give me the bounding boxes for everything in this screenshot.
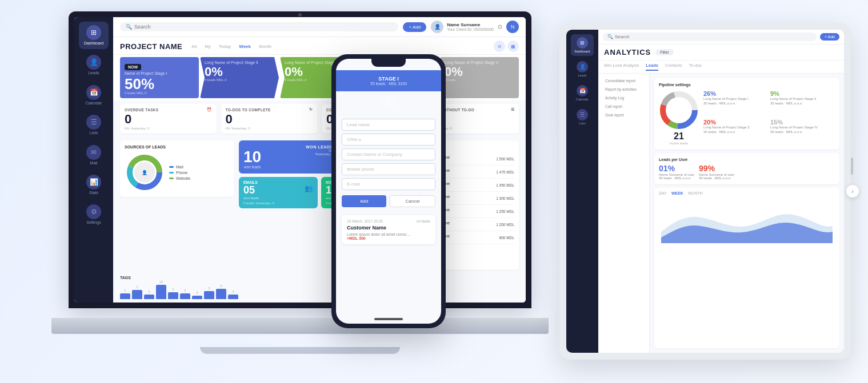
- pipeline-pct-3: 15%: [770, 119, 835, 126]
- grid-view-icon[interactable]: ⊙: [494, 41, 505, 52]
- user-button[interactable]: N: [506, 21, 519, 33]
- sidebar-item-calendar[interactable]: 📅 Calendar: [79, 82, 109, 109]
- subnav-goal-report[interactable]: Goal report: [603, 111, 645, 119]
- tablet-search-input[interactable]: [615, 34, 812, 39]
- tag-bar-item: 5: [132, 285, 142, 299]
- tablet-sidebar-calendar[interactable]: 📅 Calendar: [571, 82, 594, 104]
- pipeline-label-2: Long Name of Project Stage 3: [703, 126, 768, 130]
- gear-icon[interactable]: ⚙: [497, 23, 503, 31]
- contact-input[interactable]: [342, 148, 435, 160]
- lead-name-input[interactable]: [342, 119, 435, 131]
- tablet-screen: ⊞ Dashboard 👤 Leads 📅 Calendar ☰ Lists: [566, 30, 844, 353]
- chart-tab-month[interactable]: MONTH: [688, 191, 703, 195]
- mobile: STAGE I 35 leads · MDL 3200 + Add Cancel: [331, 54, 446, 328]
- filter-tab-week[interactable]: Week: [237, 43, 253, 50]
- search-box[interactable]: 🔍: [120, 22, 398, 31]
- mobile-lead-date: 10 March, 2017 20:20 no tasks: [347, 219, 430, 223]
- tag-bar-item: 5: [144, 290, 154, 299]
- legend-dot-phone: [169, 172, 174, 174]
- stage-0[interactable]: NOW Name of Project Stage I 50% 0 leads …: [120, 57, 199, 98]
- sidebar-item-dashboard[interactable]: ⊞ Dashboard: [79, 22, 109, 49]
- sources-card: SOURCES OF LEADS 👤: [120, 140, 234, 197]
- wave-chart-card: DAY WEEK MONTH: [654, 188, 839, 348]
- user-pct-1: 99%: [699, 164, 734, 173]
- tablet-arrow-nav[interactable]: ›: [846, 185, 859, 197]
- sidebar-item-stats[interactable]: 📊 Stats: [79, 171, 109, 199]
- mail-icon: ✉: [86, 145, 101, 160]
- pipeline-donut-container: 21 Active leads: [659, 90, 699, 145]
- analytics-filter-button[interactable]: Filter: [655, 49, 674, 55]
- filter-tab-month[interactable]: Month: [257, 43, 274, 50]
- tablet-sidebar-leads[interactable]: 👤 Leads: [571, 58, 594, 80]
- view-icons: ⊙ ▦: [494, 41, 519, 52]
- filter-tab-my[interactable]: My: [202, 43, 213, 50]
- legend-phone: Phone: [169, 171, 190, 175]
- pipeline-sub-2: 35 leads · MDL.o.o.o: [703, 130, 768, 135]
- settings-icon: ⚙: [86, 204, 101, 219]
- mobile-lead-amount: >MDL 300: [347, 236, 430, 240]
- scene: ⊞ Dashboard 👤 Leads 📅 Calendar ☰ Lists: [0, 0, 868, 383]
- crmol-input[interactable]: [342, 134, 435, 146]
- pipeline-settings-content: 21 Active leads 26%: [659, 90, 835, 145]
- lists-icon: ☰: [86, 115, 101, 130]
- tablet: ⊞ Dashboard 👤 Leads 📅 Calendar ☰ Lists: [559, 23, 851, 360]
- tag-bar-item: 5: [168, 288, 178, 299]
- pipeline-settings-card: Pipeline settings: [654, 78, 839, 150]
- sidebar-item-lists[interactable]: ☰ Lists: [79, 111, 109, 139]
- chart-tab-day[interactable]: DAY: [659, 191, 667, 195]
- mobile-form: Add Cancel: [336, 114, 441, 212]
- pipeline-stages: NOW Name of Project Stage I 50% 0 leads …: [113, 55, 526, 100]
- sidebar-item-leads[interactable]: 👤 Leads: [79, 51, 109, 79]
- subnav-call-report[interactable]: Call report: [603, 103, 645, 110]
- pipeline-pct-0: 26%: [703, 90, 768, 97]
- pipeline-legend-item-0: 26% Long Name of Project Stage I 35 lead…: [703, 90, 768, 116]
- stage-1[interactable]: 0 leads MDL.0 Long Name of Project Stage…: [200, 57, 279, 98]
- subnav-consolidate[interactable]: Consolidate report: [603, 77, 645, 84]
- mobile-add-form-button[interactable]: Add: [342, 195, 386, 207]
- stage-4[interactable]: Long Name of Project Stage V 0% 0 leads: [440, 57, 519, 98]
- t-lists-icon: ☰: [577, 109, 588, 120]
- list-view-icon[interactable]: ▦: [507, 41, 519, 52]
- sidebar-label-lists: Lists: [90, 131, 98, 135]
- user-amount-3: 1 450 MDL: [496, 183, 514, 187]
- user-text: Name Surname Your Client ID: 000000000: [447, 22, 494, 31]
- phone-input[interactable]: [342, 163, 435, 175]
- pipeline-legend-item-3: 15% Long Name of Project Stage IV 35 lea…: [770, 119, 835, 145]
- emails-card: EMAILS 05 won leads 👥: [239, 177, 318, 208]
- tablet-add-button[interactable]: + Add: [820, 33, 839, 41]
- legend-mail: Mail: [169, 165, 190, 169]
- user-amount-2: 1 470 MDL: [496, 170, 514, 174]
- tablet-power-button: [851, 158, 853, 175]
- tablet-search-box[interactable]: 🔍: [603, 33, 817, 41]
- sidebar-item-settings[interactable]: ⚙ Settings: [79, 201, 109, 228]
- leads-per-user-title: Leads per User: [659, 158, 835, 162]
- analytics-tab-leads[interactable]: Leads: [646, 63, 658, 71]
- mobile-stage-title: STAGE I: [343, 76, 434, 82]
- mobile-screen: STAGE I 35 leads · MDL 3200 + Add Cancel: [336, 59, 441, 324]
- chart-tab-week[interactable]: WEEK: [671, 191, 683, 195]
- user-pct-item-0: 01% Name Surname of user 35 leads · MDL.…: [659, 164, 694, 180]
- stage-4-label: Long Name of Project Stage V: [445, 61, 514, 64]
- tablet-sidebar-lists[interactable]: ☰ Lists: [571, 106, 594, 128]
- email-input[interactable]: [342, 178, 435, 190]
- mobile-cancel-button[interactable]: Cancel: [390, 195, 435, 207]
- add-button[interactable]: + Add: [403, 22, 426, 32]
- analytics-subnav: Consolidate report Report by activities …: [598, 74, 650, 353]
- subnav-activities[interactable]: Report by activities: [603, 86, 645, 93]
- filter-tab-today[interactable]: Today: [217, 43, 233, 50]
- mobile-add-button[interactable]: +: [382, 96, 395, 110]
- left-panel: SOURCES OF LEADS 👤: [120, 140, 234, 270]
- filter-tab-all[interactable]: All: [189, 43, 199, 50]
- analytics-tab-contacts[interactable]: Contacts: [665, 63, 682, 71]
- analytics-tab-win-lose[interactable]: Win-Lose Analysis: [604, 63, 639, 71]
- calendar-icon: 📅: [86, 85, 101, 100]
- sources-donut-chart: 👤: [125, 152, 165, 192]
- tablet-sidebar-dashboard[interactable]: ⊞ Dashboard: [571, 34, 594, 56]
- analytics-tab-todos[interactable]: To-dos: [689, 63, 702, 71]
- subnav-activity-log[interactable]: Activity Log: [603, 94, 645, 102]
- tablet-frame: ⊞ Dashboard 👤 Leads 📅 Calendar ☰ Lists: [559, 23, 851, 360]
- sidebar-item-mail[interactable]: ✉ Mail: [79, 142, 109, 169]
- user-amount-4: 1 300 MDL: [496, 196, 514, 200]
- analytics-main-content: Pipeline settings: [650, 74, 844, 353]
- search-input[interactable]: [134, 24, 393, 30]
